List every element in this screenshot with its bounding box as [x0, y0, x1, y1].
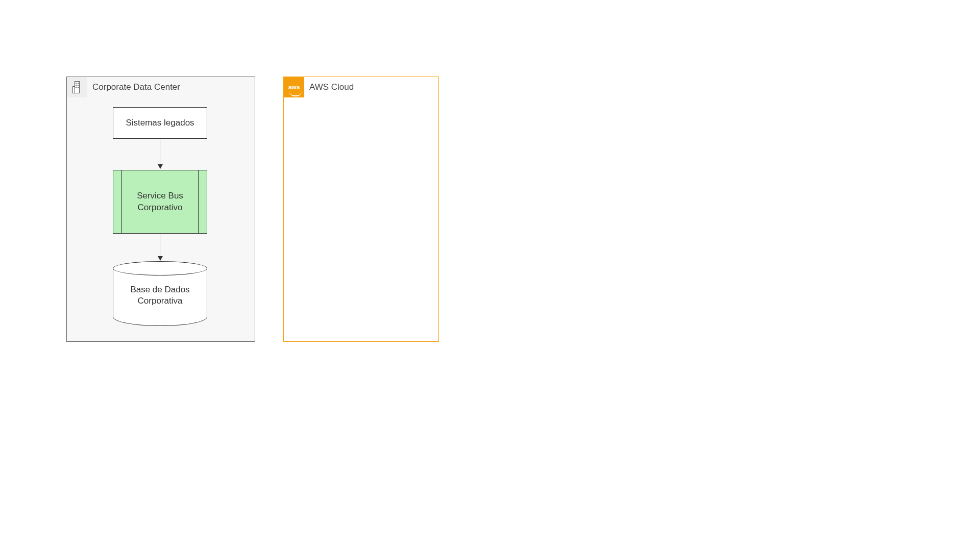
group-header: Corporate Data Center: [67, 77, 180, 97]
node-legacy-systems: Sistemas legados: [113, 107, 207, 139]
group-aws-cloud: aws AWS Cloud: [283, 77, 439, 342]
node-label: Base de Dados Corporativa: [113, 284, 207, 307]
group-label: Corporate Data Center: [92, 82, 180, 92]
node-label: Service Bus Corporativo: [113, 190, 207, 213]
aws-icon: aws: [284, 77, 304, 97]
diagram-canvas: Corporate Data Center aws AWS Cloud Sist…: [0, 0, 980, 551]
group-label: AWS Cloud: [309, 82, 354, 92]
arrow-legacy-to-bus: [160, 139, 160, 168]
node-label: Sistemas legados: [126, 117, 194, 129]
building-icon: [67, 77, 87, 97]
group-header: aws AWS Cloud: [284, 77, 354, 97]
node-corporate-database: Base de Dados Corporativa: [113, 261, 207, 326]
node-service-bus: Service Bus Corporativo: [113, 170, 207, 234]
arrow-bus-to-db: [160, 234, 160, 260]
